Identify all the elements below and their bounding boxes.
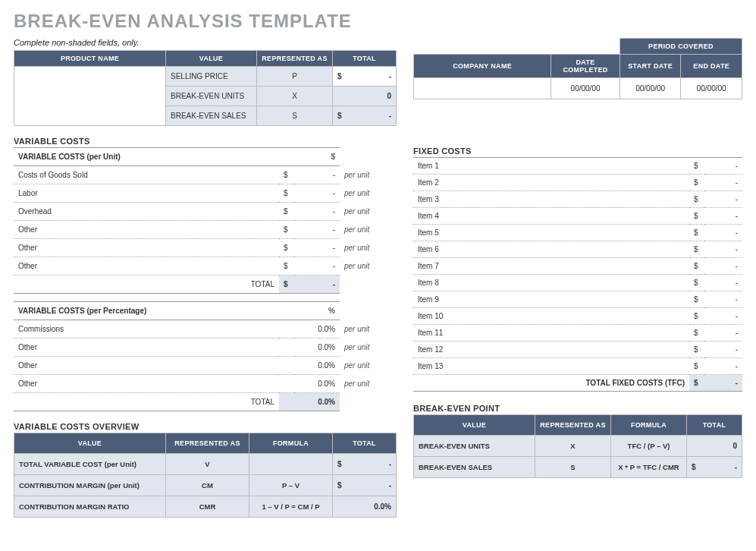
list-item: Item 3 $ - xyxy=(413,191,742,208)
fixed-item-label[interactable]: Item 7 xyxy=(413,258,689,275)
fixed-total-val: - xyxy=(704,375,742,392)
currency-symbol: $ xyxy=(689,175,704,191)
list-item: Costs of Goods Sold $ - per unit xyxy=(14,166,397,184)
varcost-value[interactable]: 0.0% xyxy=(294,338,340,357)
varcost-value[interactable]: - xyxy=(294,184,340,203)
fixed-item-label[interactable]: Item 11 xyxy=(413,325,689,342)
per-unit-label: per unit xyxy=(340,357,397,375)
varcost-label[interactable]: Other xyxy=(14,239,279,257)
varcost-unit-total-val: - xyxy=(294,276,340,294)
col-rep: REPRESENTED AS xyxy=(257,51,333,67)
breakeven-rep: X xyxy=(535,436,611,457)
fixed-item-value[interactable]: - xyxy=(704,258,742,275)
fixed-item-label[interactable]: Item 2 xyxy=(413,175,689,191)
fixed-item-label[interactable]: Item 12 xyxy=(413,342,689,358)
breakeven-formula: X * P = TFC / CMR xyxy=(611,457,687,478)
breakeven-value: BREAK-EVEN SALES xyxy=(414,457,535,478)
instruction-text: Complete non-shaded fields, only. xyxy=(14,38,397,47)
fixed-total-label: TOTAL FIXED COSTS (TFC) xyxy=(413,375,689,392)
fixed-item-value[interactable]: - xyxy=(704,191,742,208)
list-item: Item 5 $ - xyxy=(413,225,742,241)
fixed-item-label[interactable]: Item 1 xyxy=(413,158,689,175)
start-date-input[interactable]: 00/00/00 xyxy=(620,78,681,99)
company-name-input[interactable] xyxy=(414,78,551,99)
overview-total: 0.0% xyxy=(333,496,397,518)
currency-symbol: $ xyxy=(279,239,294,257)
per-unit-label: per unit xyxy=(340,320,397,338)
varcost-label[interactable]: Costs of Goods Sold xyxy=(14,166,279,184)
varcost-label[interactable]: Other xyxy=(14,338,279,357)
col-date-completed: DATE COMPLETED xyxy=(551,55,620,78)
currency-symbol: $ xyxy=(279,257,294,276)
fixed-item-value[interactable]: - xyxy=(704,175,742,191)
list-item: Commissions 0.0% per unit xyxy=(14,320,397,338)
breakeven-value: BREAK-EVEN UNITS xyxy=(414,436,535,457)
fixed-item-value[interactable]: - xyxy=(704,225,742,241)
varcost-label[interactable]: Other xyxy=(14,221,279,239)
varcost-value[interactable]: - xyxy=(294,239,340,257)
varcost-pct-total-val: 0.0% xyxy=(294,393,340,411)
fixed-item-value[interactable]: - xyxy=(704,291,742,308)
varcost-label[interactable]: Other xyxy=(14,375,279,393)
overview-rep: CM xyxy=(166,475,249,496)
list-item: Item 7 $ - xyxy=(413,258,742,275)
varcost-value[interactable]: - xyxy=(294,203,340,221)
product-name-input[interactable] xyxy=(14,67,166,126)
fixed-item-value[interactable]: - xyxy=(704,308,742,325)
fixed-costs-table: Item 1 $ -Item 2 $ -Item 3 $ -Item 4 $ -… xyxy=(413,157,742,392)
col-total: TOTAL xyxy=(687,415,742,436)
currency-symbol: $ xyxy=(689,158,704,175)
list-item: Item 12 $ - xyxy=(413,342,742,358)
fixed-item-label[interactable]: Item 3 xyxy=(413,191,689,208)
currency-symbol: $ xyxy=(279,184,294,203)
fixed-item-label[interactable]: Item 5 xyxy=(413,225,689,241)
fixed-item-value[interactable]: - xyxy=(704,342,742,358)
fixed-item-label[interactable]: Item 9 xyxy=(413,291,689,308)
col-start-date: START DATE xyxy=(620,55,681,78)
fixed-item-label[interactable]: Item 10 xyxy=(413,308,689,325)
fixed-item-value[interactable]: - xyxy=(704,275,742,291)
selling-price-total[interactable]: $- xyxy=(333,67,397,87)
currency-symbol: $ xyxy=(279,203,294,221)
breakeven-table: VALUE REPRESENTED AS FORMULA TOTAL BREAK… xyxy=(413,414,742,478)
per-unit-label: per unit xyxy=(340,257,397,276)
varcost-value[interactable]: - xyxy=(294,221,340,239)
varcost-label[interactable]: Other xyxy=(14,257,279,276)
fixed-item-value[interactable]: - xyxy=(704,158,742,175)
overview-value: CONTRIBUTION MARGIN (per Unit) xyxy=(14,475,166,496)
col-end-date: END DATE xyxy=(681,55,742,78)
varcost-value[interactable]: - xyxy=(294,257,340,276)
fixed-item-label[interactable]: Item 8 xyxy=(413,275,689,291)
varcost-value[interactable]: 0.0% xyxy=(294,357,340,375)
date-completed-input[interactable]: 00/00/00 xyxy=(551,78,620,99)
breakeven-formula: TFC / (P – V) xyxy=(611,436,687,457)
list-item: Item 2 $ - xyxy=(413,175,742,191)
fixed-item-value[interactable]: - xyxy=(704,358,742,375)
varcost-value[interactable]: 0.0% xyxy=(294,375,340,393)
fixed-item-label[interactable]: Item 6 xyxy=(413,241,689,258)
varcost-label[interactable]: Overhead xyxy=(14,203,279,221)
per-unit-label: per unit xyxy=(340,375,397,393)
breakeven-units-total: 0 xyxy=(333,87,397,106)
fixed-item-label[interactable]: Item 4 xyxy=(413,208,689,225)
currency-symbol: $ xyxy=(689,291,704,308)
end-date-input[interactable]: 00/00/00 xyxy=(681,78,742,99)
currency-symbol: $ xyxy=(689,208,704,225)
table-row: BREAK-EVEN SALES S X * P = TFC / CMR $- xyxy=(414,457,742,478)
overview-formula xyxy=(249,454,333,475)
varcost-label[interactable]: Commissions xyxy=(14,320,279,338)
fixed-item-value[interactable]: - xyxy=(704,208,742,225)
per-unit-label: per unit xyxy=(340,166,397,184)
varcost-value[interactable]: 0.0% xyxy=(294,320,340,338)
list-item: Item 10 $ - xyxy=(413,308,742,325)
varcost-label[interactable]: Labor xyxy=(14,184,279,203)
fixed-item-label[interactable]: Item 13 xyxy=(413,358,689,375)
fixed-item-value[interactable]: - xyxy=(704,241,742,258)
currency-symbol: $ xyxy=(689,275,704,291)
col-value: VALUE xyxy=(14,433,166,454)
varcost-label[interactable]: Other xyxy=(14,357,279,375)
varcost-value[interactable]: - xyxy=(294,166,340,184)
fixed-item-value[interactable]: - xyxy=(704,325,742,342)
per-unit-label: per unit xyxy=(340,239,397,257)
breakeven-total: $- xyxy=(687,457,742,478)
